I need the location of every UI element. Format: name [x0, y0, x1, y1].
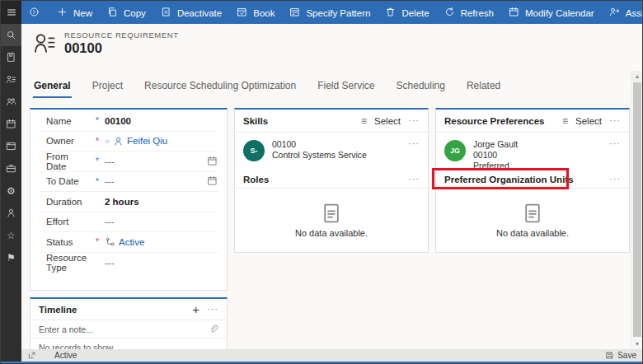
record-status: Active	[54, 351, 77, 360]
document-icon	[321, 203, 342, 224]
field-value[interactable]: ---	[105, 258, 115, 268]
sidebar-item-people-icon[interactable]	[1, 91, 21, 113]
preferences-more-icon[interactable]: ···	[609, 116, 621, 125]
toolbar-assign-button[interactable]: Assign	[602, 1, 642, 24]
field-label: Status	[39, 237, 90, 247]
sidebar-item-window-icon[interactable]	[1, 135, 21, 157]
preference-requirement-number: 00100	[473, 150, 518, 161]
scrollbar-thumb[interactable]	[633, 82, 641, 337]
toolbar-delete-button[interactable]: Delete	[378, 1, 436, 24]
preference-list-item[interactable]: JG Jorge Gault 00100 Preferred ···	[436, 133, 629, 170]
delete-icon	[385, 7, 397, 18]
sidebar-item-briefcase-icon[interactable]	[1, 157, 21, 180]
field-label: Name	[39, 116, 90, 126]
sidebar-nav: ⚙☆⚑	[1, 24, 21, 362]
skill-item-more-icon[interactable]: ···	[408, 139, 420, 148]
tab-general[interactable]: General	[33, 77, 72, 98]
scroll-up-icon[interactable]: ▴	[631, 71, 642, 82]
owner-person-icon	[113, 136, 124, 147]
window-icon	[6, 141, 16, 152]
field-value[interactable]: ---	[105, 156, 115, 166]
modify-calendar-icon	[509, 7, 520, 18]
popout-icon[interactable]	[27, 351, 36, 360]
field-value[interactable]: ---	[105, 176, 115, 186]
calendar-picker-icon[interactable]	[207, 175, 218, 187]
calendar-picker-icon[interactable]	[207, 156, 218, 167]
save-button[interactable]: Save	[605, 351, 636, 360]
sidebar-item-star-icon[interactable]: ☆	[1, 224, 21, 246]
resource-preferences-card: Resource Preferences ≡ Select ··· JG Jor…	[435, 108, 630, 253]
entity-label: RESOURCE REQUIREMENT	[64, 30, 179, 40]
status-value-link[interactable]: Active	[119, 237, 144, 247]
field-label: Resource Type	[39, 253, 90, 273]
field-row-owner: Owner*○Feifei Qiu	[39, 132, 218, 152]
copy-icon	[107, 7, 119, 18]
preferences-select-button[interactable]: Select	[575, 116, 602, 126]
assign-icon	[609, 7, 621, 18]
briefcase-icon	[6, 163, 16, 174]
timeline-add-icon[interactable]: +	[192, 302, 199, 316]
timeline-more-icon[interactable]: ···	[207, 305, 218, 314]
presence-circle-icon: ○	[105, 137, 110, 146]
required-asterisk-icon: *	[90, 237, 105, 246]
toolbar-copy-button[interactable]: Copy	[100, 1, 153, 24]
toolbar-record-nav-button[interactable]	[21, 1, 48, 24]
people-icon	[6, 96, 16, 107]
tab-project[interactable]: Project	[92, 77, 124, 98]
field-label: Duration	[39, 197, 90, 207]
tab-scheduling[interactable]: Scheduling	[396, 77, 446, 98]
person-icon	[6, 208, 16, 218]
sidebar-item-person-icon[interactable]	[1, 202, 21, 224]
tab-resource-scheduling-optimization[interactable]: Resource Scheduling Optimization	[143, 77, 297, 98]
sidebar-item-requirement-icon[interactable]	[1, 68, 21, 91]
tab-field-service[interactable]: Field Service	[317, 77, 375, 98]
field-label: Effort	[39, 217, 90, 226]
field-value[interactable]: 00100	[105, 116, 131, 126]
vertical-scrollbar[interactable]: ▴ ▾	[631, 71, 642, 349]
sidebar-item-gear-icon[interactable]: ⚙	[1, 180, 21, 202]
field-row-status: Status*Active	[39, 232, 218, 253]
command-bar: NewCopyDeactivateBookSpecify PatternDele…	[21, 1, 642, 24]
flag-icon: ⚑	[7, 253, 16, 263]
timeline-card: Timeline + ··· Enter a note... No record…	[30, 297, 228, 349]
skill-avatar: S-	[243, 140, 265, 161]
preference-resource-name: Jorge Gault	[473, 139, 518, 150]
deactivate-icon	[161, 7, 172, 18]
field-row-name: Name*00100	[39, 111, 218, 132]
toolbar-deactivate-button[interactable]: Deactivate	[153, 1, 229, 24]
toolbar-refresh-button[interactable]: Refresh	[437, 1, 501, 24]
page-title: 00100	[64, 40, 179, 56]
skill-list-item[interactable]: S- 00100 Control Systems Service ···	[235, 133, 428, 170]
skills-more-icon[interactable]: ···	[408, 116, 420, 125]
save-icon	[605, 351, 614, 360]
sidebar-item-page-icon[interactable]	[1, 46, 21, 68]
field-value[interactable]: ---	[105, 217, 115, 226]
field-value[interactable]: 2 hours	[105, 197, 139, 207]
paperclip-icon[interactable]	[209, 324, 218, 334]
field-label: From Date	[39, 152, 90, 171]
main-content: RESOURCE REQUIREMENT 00100 GeneralProjec…	[21, 24, 642, 349]
scroll-down-icon[interactable]: ▾	[631, 338, 642, 349]
sidebar-item-calendar-icon[interactable]	[1, 113, 21, 135]
org-units-more-icon[interactable]: ···	[609, 175, 621, 184]
toolbar-new-button[interactable]: New	[49, 1, 100, 24]
skills-select-button[interactable]: Select	[374, 116, 401, 126]
note-input[interactable]: Enter a note...	[31, 320, 227, 338]
status-reason-icon	[105, 236, 115, 247]
sidebar-item-flag-icon[interactable]: ⚑	[1, 246, 21, 268]
toolbar-modify-calendar-button[interactable]: Modify Calendar	[501, 1, 602, 24]
window-bottom-border	[1, 362, 642, 363]
tab-related[interactable]: Related	[466, 77, 501, 98]
toolbar-specify-pattern-button[interactable]: Specify Pattern	[282, 1, 378, 24]
org-units-empty-text: No data available.	[496, 228, 569, 238]
roles-more-icon[interactable]: ···	[408, 175, 420, 184]
hamburger-menu-icon[interactable]	[1, 1, 21, 24]
calendar-icon	[6, 119, 16, 129]
field-label: Owner	[39, 136, 90, 146]
toolbar-book-button[interactable]: Book	[229, 1, 282, 24]
sidebar-item-search-icon[interactable]	[1, 24, 21, 46]
field-row-to-date: To Date*---	[39, 172, 218, 193]
owner-link[interactable]: Feifei Qiu	[127, 136, 167, 146]
required-asterisk-icon: *	[90, 137, 105, 146]
preference-item-more-icon[interactable]: ···	[609, 139, 621, 148]
